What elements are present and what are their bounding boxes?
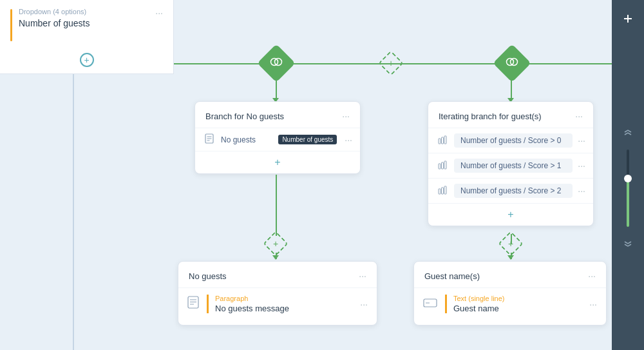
score-icon-1 [436, 135, 449, 146]
field-type-label: Dropdown (4 options) [19, 8, 149, 15]
iterating-branch-title: Iterating branch for guest(s) [439, 112, 542, 121]
score-row-2: Number of guests / Score > 1 ··· [428, 153, 593, 178]
svg-rect-8 [439, 139, 440, 144]
no-guests-row: No guests Number of guests ··· [195, 128, 360, 151]
score-row-3: Number of guests / Score > 2 ··· [428, 178, 593, 203]
rings-icon-left [270, 57, 283, 69]
toolbar-add-button[interactable] [617, 8, 639, 30]
no-guests-bottom-menu[interactable]: ··· [359, 271, 366, 281]
svg-rect-11 [439, 164, 440, 169]
paragraph-name: No guests message [215, 304, 352, 313]
left-panel-add-button[interactable]: + [80, 53, 94, 67]
guest-names-bottom-row: Text (single line) Guest name ··· [414, 288, 606, 320]
add-branch-button[interactable]: + [378, 50, 404, 76]
no-guests-row-menu[interactable]: ··· [345, 135, 352, 145]
left-guide-line [73, 74, 74, 350]
iterating-branch-card: Iterating branch for guest(s) ··· Number… [428, 101, 594, 226]
paragraph-row-menu[interactable]: ··· [360, 299, 368, 309]
no-guests-text: No guests [221, 135, 270, 144]
guest-names-bottom-card: Guest name(s) ··· Text (single line) Gue… [413, 261, 607, 326]
rings-icon-right [506, 57, 518, 69]
doc-icon-1 [203, 133, 216, 146]
score-row-3-menu[interactable]: ··· [578, 186, 585, 196]
guest-names-bottom-title: Guest name(s) [424, 271, 480, 281]
svg-rect-13 [444, 161, 446, 169]
iterating-branch-add[interactable]: + [428, 203, 593, 226]
v-line-right-1 [511, 77, 512, 99]
score-row-1: Number of guests / Score > 0 ··· [428, 128, 593, 153]
right-toolbar [612, 0, 644, 350]
toolbar-zoom-area [617, 34, 639, 342]
score-text-2: Number of guests / Score > 1 [454, 159, 573, 173]
guest-names-bottom-header: Guest name(s) ··· [414, 262, 606, 288]
score-text-1: Number of guests / Score > 0 [454, 133, 573, 148]
plus-icon-connector-right: + [508, 238, 513, 249]
no-guests-bottom-header: No guests ··· [178, 262, 377, 288]
score-icon-2 [436, 160, 449, 171]
svg-rect-15 [442, 188, 444, 194]
svg-rect-16 [444, 186, 446, 194]
left-panel: Dropdown (4 options) Number of guests ··… [0, 0, 174, 74]
score-icon-3 [436, 186, 449, 197]
iterating-branch-menu[interactable]: ··· [575, 111, 583, 121]
text-input-name: Guest name [453, 304, 582, 313]
branch-no-guests-title: Branch for No guests [205, 112, 284, 121]
paragraph-content: Paragraph No guests message [207, 295, 352, 313]
add-circle-icon[interactable]: + [80, 53, 94, 67]
paragraph-type: Paragraph [215, 295, 352, 302]
score-row-1-menu[interactable]: ··· [578, 135, 585, 146]
v-line-right-3 [511, 253, 512, 259]
score-text-3: Number of guests / Score > 2 [454, 184, 573, 198]
no-guests-badge: Number of guests [278, 135, 337, 144]
svg-rect-10 [444, 136, 446, 144]
plus-icon-mid: + [388, 58, 393, 68]
branch-no-guests-header: Branch for No guests ··· [195, 102, 360, 128]
text-input-content: Text (single line) Guest name [445, 295, 582, 313]
field-info: Dropdown (4 options) Number of guests [19, 8, 149, 28]
guest-names-bottom-menu[interactable]: ··· [588, 271, 596, 281]
toolbar-zoom-out-button[interactable] [617, 232, 639, 254]
svg-rect-9 [442, 137, 444, 144]
zoom-slider-track[interactable] [627, 150, 629, 227]
zoom-slider-thumb[interactable] [624, 175, 632, 182]
orange-accent-bar [10, 9, 12, 41]
no-guests-bottom-title: No guests [189, 271, 227, 281]
text-input-icon [423, 297, 437, 311]
no-guests-bottom-card: No guests ··· Paragraph No guests messag… [178, 261, 377, 326]
toolbar-zoom-in-button[interactable] [617, 122, 639, 144]
iterating-branch-header: Iterating branch for guest(s) ··· [428, 102, 593, 128]
v-line-left-2 [276, 175, 277, 236]
v-line-left-3 [276, 253, 277, 259]
paragraph-icon [187, 296, 199, 312]
field-name-label: Number of guests [19, 18, 149, 28]
v-line-left-1 [276, 77, 277, 99]
text-input-row-menu[interactable]: ··· [589, 299, 597, 309]
score-row-2-menu[interactable]: ··· [578, 160, 585, 171]
branch-no-guests-add[interactable]: + [195, 151, 360, 173]
svg-rect-12 [442, 162, 444, 169]
text-input-type: Text (single line) [453, 295, 582, 302]
branch-no-guests-card: Branch for No guests ··· No guests Numbe… [194, 101, 361, 174]
svg-rect-14 [439, 189, 440, 194]
branch-no-guests-menu[interactable]: ··· [342, 111, 350, 121]
branch-node-right[interactable] [493, 44, 531, 82]
no-guests-bottom-row: Paragraph No guests message ··· [178, 288, 377, 320]
zoom-slider-fill [627, 180, 629, 227]
plus-icon-connector-left: + [273, 238, 278, 249]
left-panel-menu-button[interactable]: ··· [155, 8, 163, 18]
